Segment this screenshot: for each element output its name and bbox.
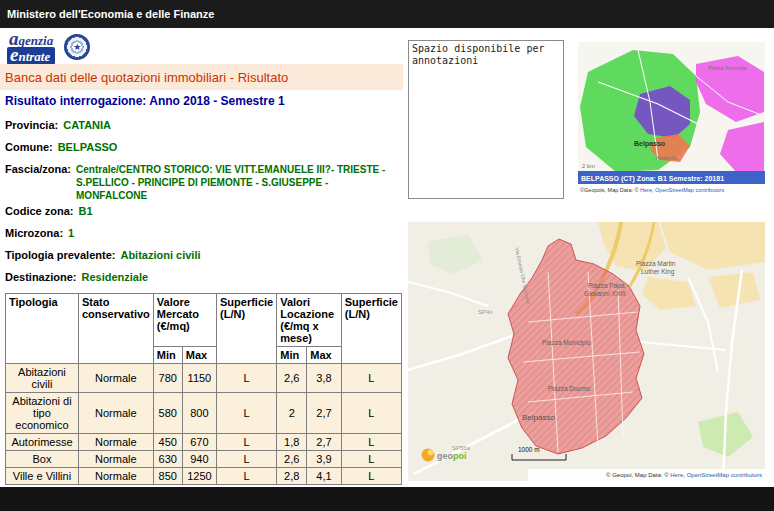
cell-vl-max: 3,8 — [307, 364, 342, 393]
field-value: 1 — [68, 227, 74, 240]
openstreetmap-link[interactable]: OpenStreetMap contributors — [687, 472, 762, 478]
col-header-max-1: Max — [182, 347, 216, 364]
col-header-stato: Stato conservativo — [78, 294, 153, 364]
field-label: Comune: — [5, 141, 53, 154]
map-attribution: © Geopoi, Map Data: © Here, OpenStreetMa… — [606, 472, 762, 478]
cell-tipologia: Box — [6, 451, 79, 468]
field-codice-zona: Codice zona: B1 — [5, 205, 402, 218]
col-header-min-2: Min — [277, 347, 307, 364]
cell-vm-min: 580 — [153, 393, 182, 434]
cell-superficie-1: L — [217, 468, 277, 485]
agenzia-entrate-wordmark: agenzia entrate — [7, 33, 55, 65]
cell-vl-max: 4,1 — [307, 468, 342, 485]
openstreetmap-link[interactable]: OpenStreetMap contributors — [655, 187, 724, 193]
map-label-sp4n: SP4n — [478, 309, 493, 315]
map-label-belpasso: Belpasso — [634, 140, 665, 148]
field-destinazione: Destinazione: Residenziale — [5, 271, 402, 284]
field-label: Destinazione: — [5, 271, 77, 284]
cell-vl-min: 2,6 — [277, 451, 307, 468]
cell-superficie-1: L — [217, 451, 277, 468]
state-emblem-icon: ★ — [64, 34, 90, 60]
annotations-textarea[interactable]: Spazio disponibile per annotazioni — [408, 40, 564, 199]
cell-vm-min: 450 — [153, 434, 182, 451]
quotazioni-table: Tipologia Stato conservativo Valore Merc… — [5, 293, 402, 485]
cell-stato: Normale — [78, 468, 153, 485]
cell-tipologia: Ville e Villini — [6, 468, 79, 485]
result-panel: Risultato interrogazione: Anno 2018 - Se… — [5, 94, 402, 506]
cell-stato: Normale — [78, 393, 153, 434]
cell-vm-min: 850 — [153, 468, 182, 485]
col-header-max-2: Max — [307, 347, 342, 364]
map-scale-label: 2 km — [582, 163, 595, 169]
cell-vm-min: 780 — [153, 364, 182, 393]
col-header-superficie-1: Superficie (L/N) — [217, 294, 277, 364]
field-value: Abitazioni civili — [120, 249, 200, 262]
cell-tipologia: Abitazioni civili — [6, 364, 79, 393]
geopoi-logo: geopoi — [422, 449, 467, 462]
field-label: Tipologia prevalente: — [5, 249, 115, 262]
here-link[interactable]: Here — [670, 472, 684, 478]
page: Ministero dell'Economia e delle Finanze … — [0, 0, 774, 511]
table-row: Ville e Villini Normale 850 1250 L 2,8 4… — [6, 468, 402, 485]
cell-vm-min: 630 — [153, 451, 182, 468]
field-label: Codice zona: — [5, 205, 73, 218]
geopoi-logo-icon-inner — [428, 450, 434, 456]
field-value: B1 — [78, 205, 92, 218]
page-title: Banca dati delle quotazioni immobiliari … — [5, 70, 288, 85]
map-label-giovanni-xxiii: Giovanni XXIII — [584, 290, 626, 297]
cell-vl-min: 1,8 — [277, 434, 307, 451]
table-row: Abitazioni civili Normale 780 1150 L 2,6… — [6, 364, 402, 393]
map-attribution: ©Geopois, Map Data: © Here, OpenStreetMa… — [580, 187, 724, 193]
cell-tipologia: Autorimesse — [6, 434, 79, 451]
map-label-piazza-municipio: Piazza Municipio — [542, 339, 591, 347]
cell-vm-max: 800 — [182, 393, 216, 434]
cell-vl-min: 2 — [277, 393, 307, 434]
geopoi-text-geo: geo — [437, 451, 454, 461]
field-fascia-zona: Fascia/zona: Centrale/CENTRO STORICO: VI… — [5, 163, 402, 202]
map-caption: BELPASSO (CT) Zona: B1 Semestre: 20181 — [581, 175, 724, 183]
field-provincia: Provincia: CATANIA — [5, 119, 402, 132]
result-query-line: Risultato interrogazione: Anno 2018 - Se… — [5, 94, 402, 108]
col-header-superficie-2: Superficie (L/N) — [341, 294, 401, 364]
cell-stato: Normale — [78, 434, 153, 451]
cell-tipologia: Abitazioni di tipo economico — [6, 393, 79, 434]
agenzia-entrate-logo[interactable]: agenzia entrate ★ — [7, 33, 90, 65]
field-microzona: Microzona: 1 — [5, 227, 402, 240]
cell-superficie-1: L — [217, 393, 277, 434]
cell-vm-max: 1250 — [182, 468, 216, 485]
here-link[interactable]: Here — [640, 187, 652, 193]
field-label: Provincia: — [5, 119, 58, 132]
zone-detail-map[interactable]: Piazza Martin Luther King Piazza Papa Gi… — [408, 222, 765, 481]
cell-superficie-2: L — [341, 468, 401, 485]
cell-vm-max: 940 — [182, 451, 216, 468]
cell-superficie-1: L — [217, 364, 277, 393]
map-label-altarello: Altarello — [656, 155, 678, 161]
col-header-valore-mercato: Valore Mercato (€/mq) — [153, 294, 216, 347]
map-label-piazza-papa: Piazza Papa — [588, 282, 625, 290]
map-scale-label: 1000 m — [518, 446, 540, 453]
field-value: CATANIA — [63, 119, 111, 132]
field-value: BELPASSO — [58, 141, 118, 154]
cell-vl-max: 2,7 — [307, 393, 342, 434]
field-comune: Comune: BELPASSO — [5, 141, 402, 154]
cell-vl-min: 2,8 — [277, 468, 307, 485]
map-label-belpasso: Belpasso — [522, 413, 555, 422]
map-label-piazza-martin: Piazza Martin — [636, 260, 676, 267]
attribution-text: ©Geopois, Map Data: © — [580, 187, 640, 193]
bottom-bar — [0, 487, 774, 511]
cell-stato: Normale — [78, 364, 153, 393]
cell-vl-max: 3,9 — [307, 451, 342, 468]
zone-overview-map[interactable]: Pietra Forcella Belpasso Altarello 2 km … — [578, 42, 765, 195]
cell-superficie-2: L — [341, 451, 401, 468]
field-label: Fascia/zona: — [5, 163, 71, 202]
map-label-piazza-duomo: Piazza Duomo — [548, 385, 591, 392]
map-label-luther-king: Luther King — [641, 268, 675, 276]
cell-stato: Normale — [78, 451, 153, 468]
col-header-min-1: Min — [153, 347, 182, 364]
ministry-title: Ministero dell'Economia e delle Finanze — [7, 8, 214, 20]
field-value: Centrale/CENTRO STORICO: VIE VITT.EMANUE… — [76, 163, 402, 202]
cell-vm-max: 670 — [182, 434, 216, 451]
field-label: Microzona: — [5, 227, 63, 240]
geopoi-wordmark: geopoi — [437, 451, 467, 461]
cell-superficie-2: L — [341, 364, 401, 393]
